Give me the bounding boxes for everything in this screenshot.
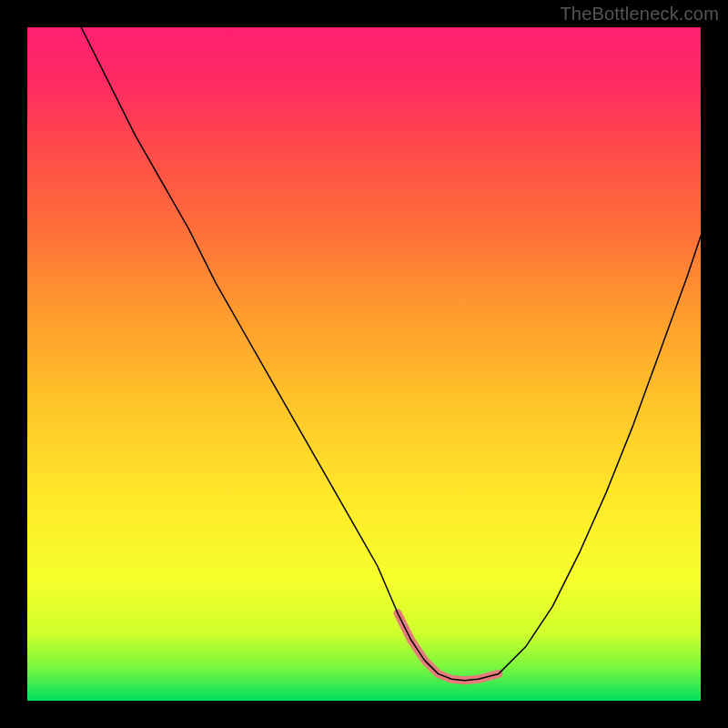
watermark-text: TheBottleneck.com xyxy=(560,4,719,25)
bottleneck-curve xyxy=(81,27,701,681)
optimal-zone-highlight xyxy=(398,613,499,681)
chart-svg xyxy=(27,27,701,701)
chart-frame: TheBottleneck.com xyxy=(0,0,728,728)
plot-area xyxy=(27,27,701,701)
